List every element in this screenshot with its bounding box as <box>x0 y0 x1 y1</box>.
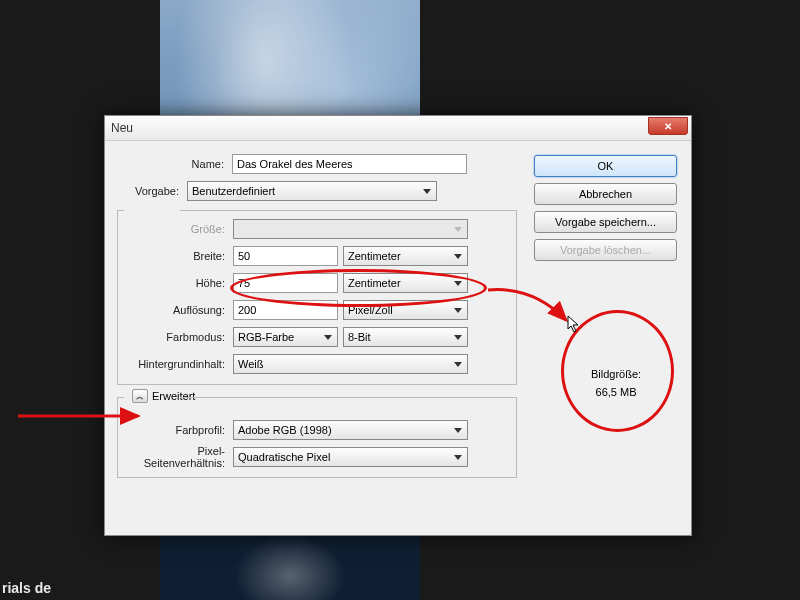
preset-label: Vorgabe: <box>72 185 187 197</box>
dialog-titlebar[interactable]: Neu ✕ <box>105 116 691 141</box>
height-unit-select[interactable]: Zentimeter <box>343 273 468 293</box>
cursor-icon <box>566 314 582 338</box>
colormode-label: Farbmodus: <box>118 331 233 343</box>
width-input[interactable] <box>233 246 338 266</box>
pixelaspect-select[interactable]: Quadratische Pixel <box>233 447 468 467</box>
close-icon: ✕ <box>664 121 672 132</box>
colormode-select[interactable]: RGB-Farbe <box>233 327 338 347</box>
width-label: Breite: <box>118 250 233 262</box>
colorprofile-select[interactable]: Adobe RGB (1998) <box>233 420 468 440</box>
pixelaspect-label: Pixel-Seitenverhältnis: <box>118 445 233 469</box>
image-size-label: Bildgröße: <box>571 366 661 384</box>
preset-select[interactable]: Benutzerdefiniert <box>187 181 437 201</box>
cancel-button[interactable]: Abbrechen <box>534 183 677 205</box>
ok-button[interactable]: OK <box>534 155 677 177</box>
dialog-title: Neu <box>111 121 133 135</box>
bgcontent-select[interactable]: Weiß <box>233 354 468 374</box>
chevron-up-icon: ︽ <box>136 391 144 402</box>
save-preset-button[interactable]: Vorgabe speichern... <box>534 211 677 233</box>
delete-preset-button: Vorgabe löschen... <box>534 239 677 261</box>
resolution-label: Auflösung: <box>118 304 233 316</box>
bgcontent-label: Hintergrundinhalt: <box>118 358 233 370</box>
colorprofile-label: Farbprofil: <box>118 424 233 436</box>
resolution-unit-select[interactable]: Pixel/Zoll <box>343 300 468 320</box>
new-document-dialog: Neu ✕ Name: Vorgabe: Benutzerdefiniert G… <box>104 115 692 536</box>
height-label: Höhe: <box>118 277 233 289</box>
bitdepth-select[interactable]: 8-Bit <box>343 327 468 347</box>
width-unit-select[interactable]: Zentimeter <box>343 246 468 266</box>
height-input[interactable] <box>233 273 338 293</box>
name-input[interactable] <box>232 154 467 174</box>
advanced-label: Erweitert <box>152 390 195 402</box>
size-select <box>233 219 468 239</box>
image-size-display: Bildgröße: 66,5 MB <box>571 366 661 401</box>
image-size-value: 66,5 MB <box>571 384 661 402</box>
close-button[interactable]: ✕ <box>648 117 688 135</box>
advanced-toggle[interactable]: ︽ <box>132 389 148 403</box>
name-label: Name: <box>117 158 232 170</box>
watermark-text: rials de <box>2 580 51 596</box>
resolution-input[interactable] <box>233 300 338 320</box>
size-label: Größe: <box>118 223 233 235</box>
